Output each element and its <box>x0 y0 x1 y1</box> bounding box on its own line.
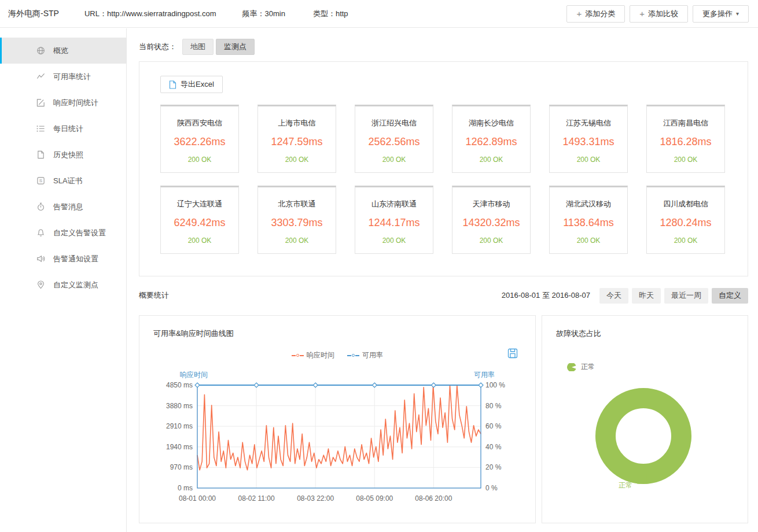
y-axis-right-label: 可用率 <box>474 370 495 380</box>
pie-legend-label: 正常 <box>581 362 595 372</box>
sidebar: 概览 可用率统计 响应时间统计 每日统计 历史快照 S SLA证书 告警消息 自 <box>0 28 127 532</box>
add-compare-button[interactable]: + 添加比较 <box>630 5 688 23</box>
donut-callout-label: 正常 <box>619 481 632 490</box>
sidebar-item-label: SLA证书 <box>53 176 83 186</box>
card-city: 北京市联通 <box>258 199 336 209</box>
monitor-card: 陕西西安电信 3622.26ms 200 OK <box>160 105 239 173</box>
card-city: 上海市电信 <box>258 118 336 128</box>
monitor-card: 辽宁大连联通 6249.42ms 200 OK <box>160 186 239 254</box>
card-response-time: 14320.32ms <box>452 217 530 229</box>
svg-text:S: S <box>39 178 42 183</box>
card-status: 200 OK <box>258 237 336 245</box>
save-chart-icon[interactable] <box>507 348 518 361</box>
card-city: 辽宁大连联通 <box>161 199 238 209</box>
line-chart-svg: 4850 ms3880 ms2910 ms1940 ms970 ms0 ms10… <box>139 380 536 519</box>
globe-icon <box>36 46 45 55</box>
card-status: 200 OK <box>452 237 530 245</box>
card-status: 200 OK <box>355 156 433 164</box>
card-status: 200 OK <box>452 156 530 164</box>
summary-header-row: 概要统计 2016-08-01 至 2016-08-07 今天昨天最近一周自定义 <box>139 287 748 304</box>
monitor-card: 湖南长沙电信 1262.89ms 200 OK <box>452 105 531 173</box>
sidebar-item-custom-alarm-settings[interactable]: 自定义告警设置 <box>0 220 126 246</box>
svg-text:80 %: 80 % <box>485 402 502 410</box>
tab-monitor-points[interactable]: 监测点 <box>216 39 255 55</box>
site-url: URL：http://www.sierratradingpost.com <box>84 9 216 19</box>
export-excel-label: 导出Excel <box>181 79 214 90</box>
sidebar-item-sla-certificate[interactable]: S SLA证书 <box>0 168 126 194</box>
svg-text:08-01 00:00: 08-01 00:00 <box>179 494 216 503</box>
chevron-down-icon: ▾ <box>736 10 739 17</box>
range-tab-today[interactable]: 今天 <box>599 288 628 304</box>
card-status: 200 OK <box>647 237 724 245</box>
svg-text:40 %: 40 % <box>485 443 502 451</box>
svg-text:4850 ms: 4850 ms <box>166 381 193 389</box>
legend-availability[interactable]: 可用率 <box>347 350 383 360</box>
range-tabs: 今天昨天最近一周自定义 <box>599 288 748 304</box>
fault-status-panel: 故障状态占比 正常 正常 <box>542 315 748 523</box>
sidebar-item-alarm-messages[interactable]: 告警消息 <box>0 194 126 220</box>
plus-icon: + <box>639 9 645 18</box>
tab-map[interactable]: 地图 <box>182 39 214 55</box>
monitor-frequency: 频率：30min <box>242 9 285 19</box>
svg-text:60 %: 60 % <box>485 422 502 430</box>
sidebar-item-response-time-stats[interactable]: 响应时间统计 <box>0 90 126 116</box>
sidebar-item-custom-monitor-points[interactable]: 自定义监测点 <box>0 272 126 298</box>
summary-title: 概要统计 <box>139 290 169 301</box>
monitor-card: 上海市电信 1247.59ms 200 OK <box>257 105 336 173</box>
plus-icon: + <box>576 9 582 18</box>
monitor-card: 北京市联通 3303.79ms 200 OK <box>257 186 336 254</box>
svg-text:970 ms: 970 ms <box>170 463 193 471</box>
card-response-time: 3303.79ms <box>258 217 336 229</box>
add-compare-label: 添加比较 <box>648 9 678 19</box>
card-city: 江西南昌电信 <box>647 118 724 128</box>
sidebar-item-label: 历史快照 <box>53 150 83 160</box>
sidebar-item-label: 告警消息 <box>53 202 83 212</box>
app: 海外电商-STP URL：http://www.sierratradingpos… <box>0 0 758 532</box>
sidebar-item-label: 概览 <box>53 46 68 56</box>
y-axis-left-label: 响应时间 <box>180 370 208 380</box>
more-actions-button[interactable]: 更多操作 ▾ <box>693 5 749 23</box>
summary-right: 2016-08-01 至 2016-08-07 今天昨天最近一周自定义 <box>502 288 748 304</box>
monitor-card: 山东济南联通 1244.17ms 200 OK <box>355 186 433 254</box>
current-status-label: 当前状态： <box>139 42 176 52</box>
card-response-time: 1247.59ms <box>258 136 336 148</box>
card-response-time: 1244.17ms <box>355 217 433 229</box>
status-tabs: 地图监测点 <box>182 39 255 55</box>
monitor-card: 江苏无锡电信 1493.31ms 200 OK <box>549 105 628 173</box>
sidebar-item-availability-stats[interactable]: 可用率统计 <box>0 64 126 90</box>
monitor-card: 浙江绍兴电信 2562.56ms 200 OK <box>355 105 433 173</box>
card-city: 湖北武汉移动 <box>550 199 627 209</box>
add-category-button[interactable]: + 添加分类 <box>566 5 625 23</box>
pie-legend[interactable]: 正常 <box>566 362 595 372</box>
trend-line-icon <box>36 72 45 81</box>
svg-text:0 ms: 0 ms <box>178 484 193 492</box>
range-tab-custom[interactable]: 自定义 <box>712 288 748 304</box>
monitor-card: 天津市移动 14320.32ms 200 OK <box>452 186 531 254</box>
card-city: 江苏无锡电信 <box>550 118 627 128</box>
site-title: 海外电商-STP <box>8 9 59 19</box>
card-city: 陕西西安电信 <box>161 118 238 128</box>
more-actions-label: 更多操作 <box>702 9 733 19</box>
date-range: 2016-08-01 至 2016-08-07 <box>502 290 590 301</box>
monitor-card: 四川成都电信 1280.24ms 200 OK <box>646 186 725 254</box>
stopwatch-icon <box>36 202 45 211</box>
monitor-card: 湖北武汉移动 1138.64ms 200 OK <box>549 186 628 254</box>
card-city: 湖南长沙电信 <box>452 118 530 128</box>
svg-text:08-02 11:00: 08-02 11:00 <box>238 494 274 503</box>
sidebar-item-label: 每日统计 <box>53 124 83 134</box>
monitor-card: 江西南昌电信 1816.28ms 200 OK <box>646 105 725 173</box>
availability-response-chart-panel: 可用率&响应时间曲线图 响应时间可用率 响应时间 可用率 4850 ms3880… <box>139 315 536 523</box>
bell-icon <box>36 228 45 237</box>
sidebar-item-alarm-notification-settings[interactable]: 告警通知设置 <box>0 246 126 272</box>
sidebar-item-daily-stats[interactable]: 每日统计 <box>0 116 126 142</box>
chart-legend: 响应时间可用率 <box>139 350 535 360</box>
svg-text:20 %: 20 % <box>485 463 502 471</box>
sidebar-item-label: 自定义告警设置 <box>53 228 106 238</box>
range-tab-yesterday[interactable]: 昨天 <box>632 288 661 304</box>
card-response-time: 1138.64ms <box>550 217 627 229</box>
sidebar-item-history-snapshot[interactable]: 历史快照 <box>0 142 126 168</box>
range-tab-last-week[interactable]: 最近一周 <box>664 288 708 304</box>
sidebar-item-overview[interactable]: 概览 <box>0 38 126 64</box>
export-excel-button[interactable]: 导出Excel <box>160 76 223 93</box>
legend-response-time[interactable]: 响应时间 <box>292 350 334 360</box>
